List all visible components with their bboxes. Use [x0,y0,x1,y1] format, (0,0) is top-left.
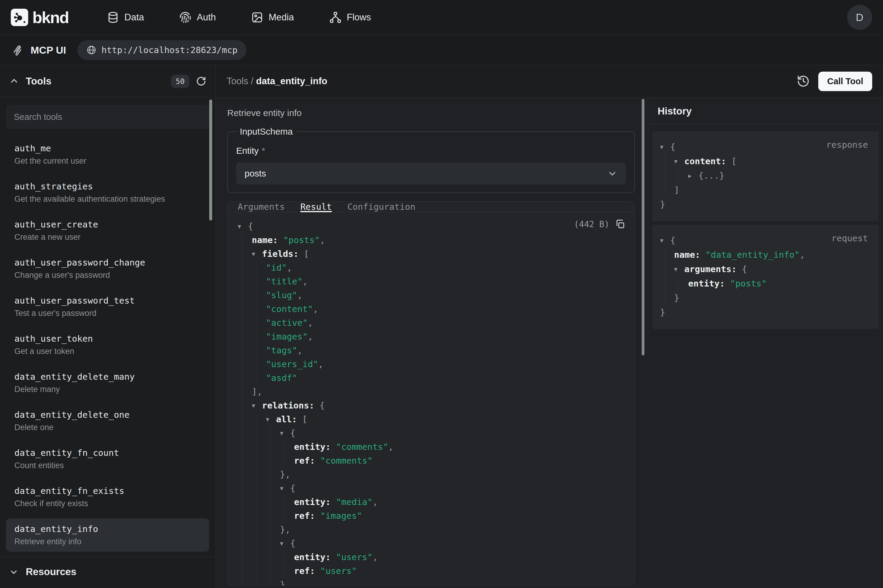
result-json-viewer: (442 B) ▼{name: "posts",▼fields: ["id","… [228,212,634,586]
indent-guide [238,316,252,330]
collapse-toggle-icon[interactable]: ▼ [280,426,290,440]
history-entry-request[interactable]: request ▼{name: "data_entity_info",▼argu… [652,225,879,329]
copy-icon[interactable] [615,219,625,230]
collapse-toggle-icon[interactable]: ▼ [660,233,670,248]
nav-item-flows[interactable]: Flows [330,11,371,23]
collapse-toggle-icon[interactable]: ▼ [266,412,276,426]
tab-configuration[interactable]: Configuration [347,202,415,212]
page-title: MCP UI [31,44,66,56]
refresh-icon[interactable] [196,76,206,86]
tab-arguments[interactable]: Arguments [238,202,285,212]
resources-section-header[interactable]: Resources [6,557,209,578]
input-schema-legend: InputSchema [237,126,296,136]
tool-list-item[interactable]: auth_user_token Get a user token [6,328,209,362]
sidebar-scrollbar[interactable] [209,99,212,220]
json-line: entity: "posts" [658,276,872,291]
indent-guide [280,454,294,468]
json-punctuation: { [248,221,253,231]
history-toggle-button[interactable] [796,74,811,88]
resources-section-title: Resources [26,566,76,578]
collapse-toggle-icon[interactable]: ▼ [674,154,684,168]
search-input[interactable] [6,105,209,129]
mcp-url-pill[interactable]: http://localhost:28623/mcp [77,40,246,60]
collapse-toggle-icon[interactable]: ▼ [660,140,670,154]
entity-select[interactable]: posts [236,162,626,184]
tool-list-item[interactable]: auth_user_password_change Change a user'… [6,252,209,285]
indent-guide [238,247,252,261]
indent-guide [238,412,252,426]
indent-guide [252,344,266,357]
tool-list-item[interactable]: data_entity_fn_exists Check if entity ex… [6,480,209,514]
indent-guide [252,509,266,523]
tool-list-item[interactable]: data_entity_delete_one Delete one [6,404,209,438]
json-line: "active", [235,316,625,330]
tab-result[interactable]: Result [300,202,332,212]
call-tool-button[interactable]: Call Tool [818,72,872,91]
json-key: entity: [688,278,725,289]
json-string-value: "images" [315,511,362,521]
chevron-up-icon[interactable] [9,76,19,86]
flows-icon [330,11,342,23]
collapse-toggle-icon[interactable]: ▼ [280,481,290,495]
json-punctuation: [ [297,414,307,424]
nav-item-data[interactable]: Data [107,11,144,23]
tool-name: data_entity_delete_one [14,410,201,420]
json-string-value: "id" [266,262,287,273]
indent-guide [252,316,266,330]
json-punctuation: [ [298,249,309,259]
indent-guide [238,537,252,550]
tool-list-item[interactable]: data_entity_fn_count Count entities [6,442,209,476]
brand-logo[interactable]: bknd [11,8,69,27]
indent-guide [660,291,674,305]
tool-list-item[interactable]: auth_user_create Create a new user [6,214,209,247]
collapse-toggle-icon[interactable]: ▼ [674,262,684,276]
indent-guide [280,440,294,454]
json-line: ], [235,385,625,399]
collapse-toggle-icon[interactable]: ▼ [252,247,262,261]
history-entry-response[interactable]: response ▼{▼content: [▶{...}]} [652,131,879,221]
indent-guide [238,302,252,316]
indent-guide [266,481,280,495]
json-punctuation: , [800,250,805,260]
tools-section-header[interactable]: Tools 50 [0,65,215,98]
indent-guide [238,330,252,344]
nav-item-media[interactable]: Media [251,11,294,23]
json-punctuation: } [660,307,665,317]
json-punctuation: ] [674,185,679,195]
breadcrumb-current: data_entity_info [256,76,327,86]
tool-list-item[interactable]: auth_me Get the current user [6,138,209,171]
indent-guide [238,344,252,357]
chevron-down-icon[interactable] [9,567,19,577]
nav-item-auth[interactable]: Auth [179,11,216,23]
tool-list-item[interactable]: data_entity_info Retrieve entity info [6,519,209,552]
expand-toggle-icon[interactable]: ▶ [688,168,699,183]
main-scrollbar[interactable] [642,99,645,356]
collapse-toggle-icon[interactable]: ▼ [238,219,248,233]
collapse-toggle-icon[interactable]: ▼ [280,537,290,550]
globe-icon [86,45,96,55]
tool-list-item[interactable]: auth_user_password_test Test a user's pa… [6,290,209,323]
collapse-toggle-icon[interactable]: ▼ [252,399,262,412]
tools-list: auth_me Get the current user auth_strate… [6,138,209,552]
tool-list-item[interactable]: data_entity_delete_many Delete many [6,366,209,399]
json-line: } [658,305,872,320]
indent-guide [660,154,674,168]
fingerprint-icon [179,11,191,23]
indent-guide [266,440,280,454]
json-punctuation: , [320,235,325,245]
tools-section-title: Tools [26,75,51,87]
image-icon [251,11,263,23]
json-punctuation: , [308,318,313,328]
tool-description: Check if entity exists [14,499,201,508]
user-avatar[interactable]: D [847,5,872,30]
history-title: History [649,98,883,124]
history-panel: History response ▼{▼content: [▶{...}]} r… [648,98,883,588]
json-punctuation: } [660,199,665,210]
indent-guide [238,468,252,481]
json-line: ▼fields: [ [235,247,625,261]
indent-guide [266,426,280,440]
indent-guide [266,550,280,564]
tool-list-item[interactable]: auth_strategies Get the available authen… [6,176,209,209]
json-punctuation: { [315,400,325,411]
json-key: entity: [294,497,331,507]
